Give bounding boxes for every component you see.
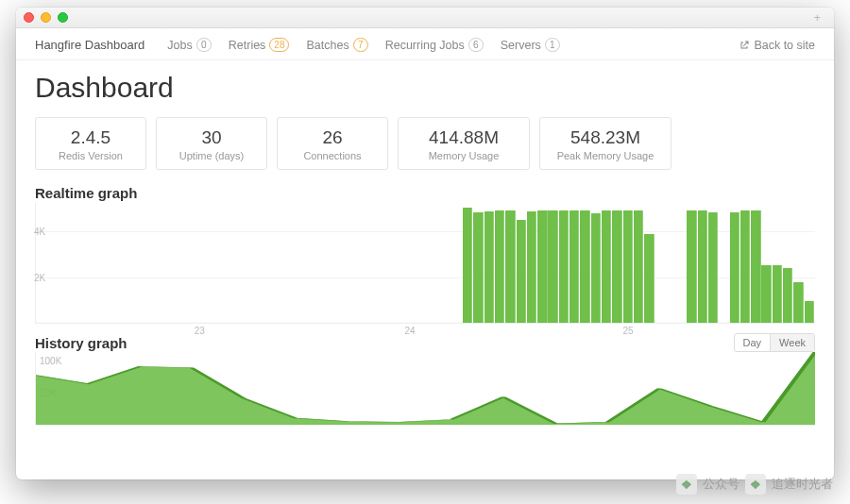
nav-recurring-label: Recurring Jobs [385, 39, 465, 52]
history-chart: 100K 50K [35, 352, 815, 426]
nav-servers[interactable]: Servers1 [501, 38, 560, 52]
card-connections: 26Connections [277, 117, 388, 170]
badge-jobs: 0 [196, 38, 212, 52]
card-uptime: 30Uptime (days) [156, 117, 267, 170]
history-range-toggle: Day Week [734, 333, 815, 352]
zoom-icon[interactable] [58, 12, 68, 23]
badge-recurring: 6 [468, 38, 484, 52]
close-icon[interactable] [24, 12, 34, 23]
nav-recurring[interactable]: Recurring Jobs6 [385, 38, 484, 52]
history-title: History graph [35, 335, 128, 351]
nav-retries[interactable]: Retries28 [229, 38, 290, 52]
badge-retries: 28 [269, 38, 289, 52]
realtime-title: Realtime graph [35, 185, 815, 201]
nav-servers-label: Servers [501, 39, 541, 52]
rt-xtick-25: 25 [622, 326, 633, 336]
brand: Hangfire Dashboard [35, 38, 144, 52]
back-to-site-link[interactable]: Back to site [739, 39, 815, 52]
nav-retries-label: Retries [229, 39, 266, 52]
share-icon [739, 40, 750, 51]
nav-batches[interactable]: Batches7 [306, 38, 367, 52]
watermark: ❖ 公众号 ❖ 追逐时光者 [676, 474, 833, 495]
wechat-icon: ❖ [676, 474, 697, 495]
rt-xtick-24: 24 [404, 326, 415, 336]
minimize-icon[interactable] [41, 12, 51, 23]
window-titlebar: + [16, 8, 834, 28]
top-nav: Hangfire Dashboard Jobs0 Retries28 Batch… [16, 28, 834, 60]
badge-batches: 7 [353, 38, 368, 52]
card-memory: 414.88MMemory Usage [398, 117, 530, 170]
page-title: Dashboard [35, 72, 815, 104]
toggle-day[interactable]: Day [735, 334, 771, 351]
rt-xtick-23: 23 [195, 326, 205, 336]
new-tab-button[interactable]: + [808, 10, 826, 25]
nav-jobs[interactable]: Jobs0 [167, 38, 211, 52]
back-label: Back to site [754, 39, 815, 52]
card-redis-version: 2.4.5Redis Version [35, 117, 146, 170]
wechat-icon: ❖ [745, 474, 766, 495]
nav-batches-label: Batches [306, 39, 348, 52]
card-peak-memory: 548.23MPeak Memory Usage [539, 117, 672, 170]
stats-cards: 2.4.5Redis Version 30Uptime (days) 26Con… [35, 117, 815, 170]
toggle-week[interactable]: Week [770, 334, 814, 351]
realtime-chart: 4K 2K 23 24 25 [35, 203, 815, 324]
badge-servers: 1 [545, 38, 560, 52]
nav-jobs-label: Jobs [167, 39, 192, 52]
